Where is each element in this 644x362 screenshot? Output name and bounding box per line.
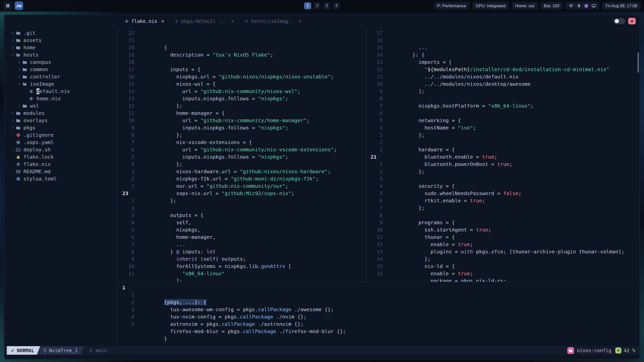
code-line[interactable]: 16 };	[370, 270, 640, 277]
code-line[interactable]: 21 description = "tux's NixOS Flake";	[121, 37, 366, 44]
code-line[interactable]: 9 nix-vscode-extensions = {	[121, 124, 366, 131]
code-line[interactable]: 10 enable = true;	[370, 226, 640, 234]
code-line[interactable]: 15 inputs.nixpkgs.follows = "nixpkgs";	[121, 80, 366, 88]
editor-pane-flake[interactable]: 22 { 21 description = "tux's NixOS Flake…	[118, 27, 366, 282]
tree-item[interactable]: flake.lock	[9, 153, 117, 161]
code-line[interactable]: 9 nixpkgs.hostPlatform = "x86_64-linux";	[370, 88, 640, 95]
buffer-tab[interactable]: pkgs/default ... ×	[169, 15, 239, 27]
workspace-tag[interactable]: 3	[323, 2, 330, 9]
workspace-tag[interactable]: 4	[333, 2, 340, 9]
tree-item[interactable]: modules	[9, 110, 117, 117]
buffer-tab[interactable]: hosts/isoImag.. ×	[239, 15, 306, 27]
pin-toggle[interactable]	[614, 18, 625, 24]
tree-item[interactable]: overlays	[9, 117, 117, 124]
code-line[interactable]: 2 self,	[121, 204, 366, 212]
notification-dot-icon[interactable]	[584, 4, 588, 8]
code-line[interactable]: 8 url = "github:nix-community/nix-vscode…	[121, 131, 366, 139]
code-line[interactable]: 1 {pkgs, ...}: {	[121, 284, 640, 291]
code-line[interactable]: 5 };	[370, 117, 640, 124]
code-line[interactable]: 13 ../../modules/nixos/default.nix	[370, 59, 640, 66]
code-line[interactable]: 11 inputs.nixpkgs.follows = "nixpkgs";	[121, 110, 366, 117]
bluetooth-icon[interactable]	[577, 4, 581, 8]
code-line[interactable]: 9 thunar = {	[370, 219, 640, 226]
code-line[interactable]: 4 rtkit.enable = true;	[370, 183, 640, 190]
code-line[interactable]: 17 ...	[370, 29, 640, 37]
code-line[interactable]: 14 "${modulesPath}/installer/cd-dvd/inst…	[370, 51, 640, 59]
code-line[interactable]: 21 };	[370, 153, 640, 161]
tree-item[interactable]: default.nix	[9, 88, 117, 95]
code-line[interactable]: 6 } @ inputs: let	[121, 234, 366, 241]
code-line[interactable]: 15 imports = [	[370, 44, 640, 51]
tree-item[interactable]: README.md	[9, 168, 117, 175]
tree-item[interactable]: home.nix	[9, 95, 117, 102]
window-close-button[interactable]: ×	[628, 18, 636, 24]
code-line[interactable]: 16 }: {	[370, 37, 640, 44]
tree-item[interactable]: home	[9, 44, 117, 51]
code-line[interactable]: 12 url = "github:nix-community/home-mana…	[121, 102, 366, 110]
code-line[interactable]: 2 tux-nvim-config = pkgs.callPackage ./n…	[121, 299, 640, 306]
tree-item[interactable]: controller	[9, 73, 117, 80]
code-line[interactable]: 6 hostName = "iso";	[370, 110, 640, 117]
code-line[interactable]: 14 enable = true;	[370, 255, 640, 263]
tree-item[interactable]: pkgs	[9, 124, 117, 131]
clock[interactable]: Fri Aug 09, 17:09	[602, 2, 640, 10]
code-line[interactable]: 15 package = pkgs.nix-ld-rs;	[370, 263, 640, 270]
tree-item[interactable]: isoImage	[9, 80, 117, 88]
code-line[interactable]: 20	[121, 44, 366, 51]
tab-close-icon[interactable]: ×	[161, 18, 164, 24]
wifi-icon[interactable]	[569, 4, 573, 8]
tree-item[interactable]: assets	[9, 37, 117, 44]
code-line[interactable]: 3 nixpkgs,	[121, 212, 366, 219]
code-line[interactable]: 8 forAllSystems = nixpkgs.lib.genAttrs [	[121, 248, 366, 255]
tree-item[interactable]: .sops.yaml	[9, 139, 117, 146]
code-line[interactable]: 8 ssh.startAgent = true;	[370, 212, 640, 219]
code-line[interactable]: 18 nixpkgs.url = "github:nixos/nixpkgs/n…	[121, 59, 366, 66]
code-line[interactable]: 5 nixos-hardware.url = "github:nixos/nix…	[121, 153, 366, 161]
workspace-tag[interactable]: 2	[314, 2, 321, 9]
scrollbar-thumb[interactable]	[637, 53, 639, 73]
code-line[interactable]: 1 tux-awesome-wm-config = pkgs.callPacka…	[121, 291, 640, 299]
code-line[interactable]: 17 nixos-wsl = {	[121, 66, 366, 73]
code-line[interactable]: 4	[370, 124, 640, 131]
code-line[interactable]: 11 plugins = with pkgs.xfce; [thunar-arc…	[370, 234, 640, 241]
code-line[interactable]: 2 security = {	[370, 168, 640, 175]
code-line[interactable]: 12 };	[370, 241, 640, 248]
line-number: 4	[370, 124, 383, 131]
tab-close-icon[interactable]: ×	[231, 18, 234, 24]
tree-item[interactable]: canopus	[9, 59, 117, 66]
code-line[interactable]: 3 hardware = {	[370, 131, 640, 139]
code-line[interactable]: 3 astronvim = pkgs.callPackage ./astronv…	[121, 306, 640, 313]
tree-item[interactable]: deploy.sh	[9, 146, 117, 153]
code-line[interactable]: 6	[370, 197, 640, 204]
wm-logo-badge[interactable]: JW	[15, 2, 23, 10]
code-line[interactable]: 4 firefox-mod-blur = pkgs.callPackage ./…	[121, 313, 640, 321]
editor-pane-pkgs[interactable]: 1 {pkgs, ...}: { 1 tux-awesome-wm-config…	[118, 282, 640, 346]
code-line[interactable]: 8	[370, 95, 640, 102]
code-line[interactable]: 2 sops-nix.url = "github:Mic92/sops-nix"…	[121, 175, 366, 183]
code-line[interactable]: 22 {	[121, 29, 366, 37]
workspace-tag[interactable]: 1	[304, 2, 311, 9]
code-line[interactable]: 7 inherit (self) outputs;	[121, 241, 366, 248]
launcher-button[interactable]	[4, 2, 12, 10]
editor-pane-iso[interactable]: 17 ... 16 }: { 15 imports = [ 14 "$	[366, 27, 640, 282]
code-line[interactable]: 2 bluetooth.enable = true;	[370, 139, 640, 146]
code-line[interactable]: 7 inputs.nixpkgs.follows = "nixpkgs";	[121, 139, 366, 146]
code-line[interactable]: 4 home-manager,	[121, 219, 366, 226]
code-line[interactable]: 7 programs = {	[370, 204, 640, 212]
code-line[interactable]: 1 outputs = {	[121, 197, 366, 204]
code-line[interactable]: 4 nixpkgs-f2k.url = "github:moni-dz/nixp…	[121, 161, 366, 168]
code-line[interactable]: 11 username = "tux";	[121, 270, 366, 277]
tree-item[interactable]: hosts	[9, 51, 117, 59]
code-line[interactable]: 5 ...	[121, 226, 366, 234]
tree-item[interactable]: stylua.toml	[9, 175, 117, 183]
tree-item[interactable]: .gitignore	[9, 131, 117, 139]
code-line[interactable]: 1 bluetooth.powerOnBoot = true;	[370, 146, 640, 153]
tree-item[interactable]: flake.nix	[9, 161, 117, 168]
tree-item[interactable]: common	[9, 66, 117, 73]
buffer-tab[interactable]: flake.nix ×	[119, 15, 169, 27]
display-icon[interactable]	[591, 4, 596, 8]
tree-item[interactable]: wsl	[9, 102, 117, 110]
code-line[interactable]: 3 sudo.wheelNeedsPassword = false;	[370, 175, 640, 183]
tab-close-icon[interactable]: ×	[298, 18, 301, 24]
tree-item[interactable]: .git	[9, 29, 117, 37]
